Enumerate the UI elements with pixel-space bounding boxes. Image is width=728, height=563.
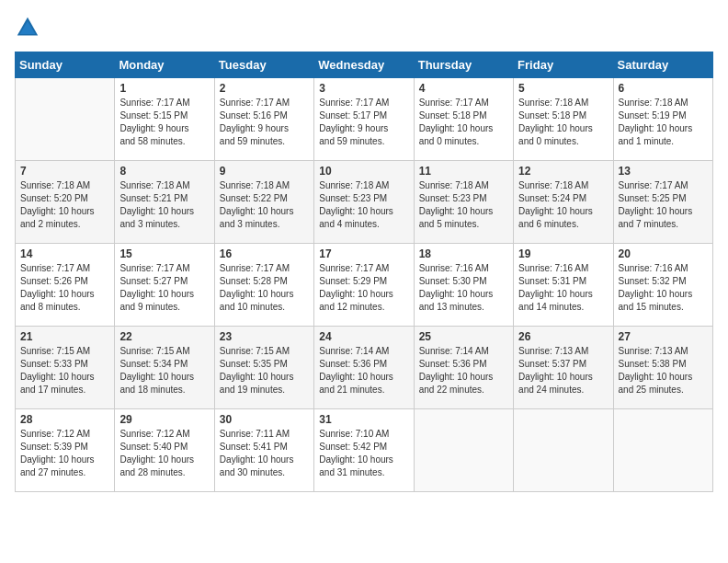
day-info: Sunrise: 7:17 AM Sunset: 5:28 PM Dayligh… <box>220 262 309 314</box>
header-thursday: Thursday <box>414 52 513 78</box>
calendar-cell: 16Sunrise: 7:17 AM Sunset: 5:28 PM Dayli… <box>214 244 313 327</box>
logo <box>15 15 44 40</box>
day-info: Sunrise: 7:14 AM Sunset: 5:36 PM Dayligh… <box>419 345 508 396</box>
day-info: Sunrise: 7:17 AM Sunset: 5:18 PM Dayligh… <box>419 97 508 148</box>
calendar-cell <box>414 409 513 492</box>
calendar-cell: 7Sunrise: 7:18 AM Sunset: 5:20 PM Daylig… <box>16 161 115 244</box>
day-number: 19 <box>518 247 608 260</box>
day-number: 22 <box>119 330 209 343</box>
header-wednesday: Wednesday <box>314 52 414 78</box>
day-info: Sunrise: 7:16 AM Sunset: 5:30 PM Dayligh… <box>419 262 508 314</box>
day-info: Sunrise: 7:11 AM Sunset: 5:41 PM Dayligh… <box>220 428 309 479</box>
day-number: 16 <box>220 247 309 260</box>
day-number: 25 <box>419 330 508 343</box>
calendar-cell <box>514 409 613 492</box>
week-row-1: 1Sunrise: 7:17 AM Sunset: 5:15 PM Daylig… <box>16 78 713 161</box>
calendar-cell: 10Sunrise: 7:18 AM Sunset: 5:23 PM Dayli… <box>314 161 414 244</box>
day-number: 14 <box>20 247 109 260</box>
calendar-cell: 31Sunrise: 7:10 AM Sunset: 5:42 PM Dayli… <box>314 409 414 492</box>
calendar-cell: 14Sunrise: 7:17 AM Sunset: 5:26 PM Dayli… <box>16 244 115 327</box>
day-number: 8 <box>119 165 209 178</box>
week-row-5: 28Sunrise: 7:12 AM Sunset: 5:39 PM Dayli… <box>16 409 713 492</box>
day-info: Sunrise: 7:17 AM Sunset: 5:26 PM Dayligh… <box>20 262 109 314</box>
calendar-cell: 5Sunrise: 7:18 AM Sunset: 5:18 PM Daylig… <box>514 78 613 161</box>
day-info: Sunrise: 7:17 AM Sunset: 5:17 PM Dayligh… <box>319 97 408 148</box>
day-info: Sunrise: 7:17 AM Sunset: 5:27 PM Dayligh… <box>119 262 209 314</box>
day-info: Sunrise: 7:13 AM Sunset: 5:37 PM Dayligh… <box>518 345 608 396</box>
header-friday: Friday <box>514 52 613 78</box>
calendar-cell: 1Sunrise: 7:17 AM Sunset: 5:15 PM Daylig… <box>115 78 214 161</box>
calendar-cell: 23Sunrise: 7:15 AM Sunset: 5:35 PM Dayli… <box>214 327 313 409</box>
calendar-cell <box>16 78 115 161</box>
calendar-cell: 24Sunrise: 7:14 AM Sunset: 5:36 PM Dayli… <box>314 327 414 409</box>
calendar-cell: 27Sunrise: 7:13 AM Sunset: 5:38 PM Dayli… <box>613 327 712 409</box>
day-number: 20 <box>619 247 708 260</box>
day-number: 27 <box>619 330 708 343</box>
calendar-cell: 21Sunrise: 7:15 AM Sunset: 5:33 PM Dayli… <box>16 327 115 409</box>
week-row-4: 21Sunrise: 7:15 AM Sunset: 5:33 PM Dayli… <box>16 327 713 409</box>
day-number: 15 <box>119 247 209 260</box>
day-number: 4 <box>419 82 508 95</box>
week-row-2: 7Sunrise: 7:18 AM Sunset: 5:20 PM Daylig… <box>16 161 713 244</box>
day-info: Sunrise: 7:18 AM Sunset: 5:23 PM Dayligh… <box>419 179 508 231</box>
calendar-cell: 29Sunrise: 7:12 AM Sunset: 5:40 PM Dayli… <box>115 409 214 492</box>
day-info: Sunrise: 7:18 AM Sunset: 5:19 PM Dayligh… <box>619 97 708 148</box>
day-info: Sunrise: 7:14 AM Sunset: 5:36 PM Dayligh… <box>319 345 408 396</box>
calendar-table: SundayMondayTuesdayWednesdayThursdayFrid… <box>15 52 713 492</box>
day-number: 24 <box>319 330 408 343</box>
week-row-3: 14Sunrise: 7:17 AM Sunset: 5:26 PM Dayli… <box>16 244 713 327</box>
calendar-cell: 2Sunrise: 7:17 AM Sunset: 5:16 PM Daylig… <box>214 78 313 161</box>
day-info: Sunrise: 7:16 AM Sunset: 5:32 PM Dayligh… <box>619 262 708 314</box>
calendar-cell: 13Sunrise: 7:17 AM Sunset: 5:25 PM Dayli… <box>613 161 712 244</box>
calendar-cell: 15Sunrise: 7:17 AM Sunset: 5:27 PM Dayli… <box>115 244 214 327</box>
day-info: Sunrise: 7:17 AM Sunset: 5:15 PM Dayligh… <box>119 97 209 148</box>
day-number: 5 <box>518 82 608 95</box>
day-number: 23 <box>220 330 309 343</box>
calendar-cell: 25Sunrise: 7:14 AM Sunset: 5:36 PM Dayli… <box>414 327 513 409</box>
calendar-cell: 6Sunrise: 7:18 AM Sunset: 5:19 PM Daylig… <box>613 78 712 161</box>
day-number: 13 <box>619 165 708 178</box>
calendar-cell: 22Sunrise: 7:15 AM Sunset: 5:34 PM Dayli… <box>115 327 214 409</box>
day-number: 3 <box>319 82 408 95</box>
day-info: Sunrise: 7:18 AM Sunset: 5:21 PM Dayligh… <box>119 179 209 231</box>
header-sunday: Sunday <box>16 52 115 78</box>
day-number: 2 <box>220 82 309 95</box>
day-info: Sunrise: 7:18 AM Sunset: 5:20 PM Dayligh… <box>20 179 109 231</box>
calendar-cell: 19Sunrise: 7:16 AM Sunset: 5:31 PM Dayli… <box>514 244 613 327</box>
day-number: 10 <box>319 165 408 178</box>
day-number: 11 <box>419 165 508 178</box>
calendar-cell: 4Sunrise: 7:17 AM Sunset: 5:18 PM Daylig… <box>414 78 513 161</box>
logo-icon <box>15 15 40 40</box>
day-number: 28 <box>20 413 109 426</box>
day-info: Sunrise: 7:16 AM Sunset: 5:31 PM Dayligh… <box>518 262 608 314</box>
calendar-cell: 26Sunrise: 7:13 AM Sunset: 5:37 PM Dayli… <box>514 327 613 409</box>
day-number: 30 <box>220 413 309 426</box>
day-info: Sunrise: 7:10 AM Sunset: 5:42 PM Dayligh… <box>319 428 408 479</box>
day-info: Sunrise: 7:18 AM Sunset: 5:18 PM Dayligh… <box>518 97 608 148</box>
day-number: 29 <box>119 413 209 426</box>
day-info: Sunrise: 7:15 AM Sunset: 5:35 PM Dayligh… <box>220 345 309 396</box>
day-number: 31 <box>319 413 408 426</box>
day-info: Sunrise: 7:15 AM Sunset: 5:34 PM Dayligh… <box>119 345 209 396</box>
header-saturday: Saturday <box>613 52 712 78</box>
day-info: Sunrise: 7:17 AM Sunset: 5:25 PM Dayligh… <box>619 179 708 231</box>
day-number: 1 <box>119 82 209 95</box>
calendar-cell: 12Sunrise: 7:18 AM Sunset: 5:24 PM Dayli… <box>514 161 613 244</box>
day-number: 26 <box>518 330 608 343</box>
day-number: 18 <box>419 247 508 260</box>
calendar-cell: 17Sunrise: 7:17 AM Sunset: 5:29 PM Dayli… <box>314 244 414 327</box>
calendar-cell: 20Sunrise: 7:16 AM Sunset: 5:32 PM Dayli… <box>613 244 712 327</box>
day-info: Sunrise: 7:15 AM Sunset: 5:33 PM Dayligh… <box>20 345 109 396</box>
header-monday: Monday <box>115 52 214 78</box>
calendar-cell: 8Sunrise: 7:18 AM Sunset: 5:21 PM Daylig… <box>115 161 214 244</box>
day-info: Sunrise: 7:17 AM Sunset: 5:29 PM Dayligh… <box>319 262 408 314</box>
calendar-cell: 28Sunrise: 7:12 AM Sunset: 5:39 PM Dayli… <box>16 409 115 492</box>
calendar-header-row: SundayMondayTuesdayWednesdayThursdayFrid… <box>16 52 713 78</box>
day-number: 21 <box>20 330 109 343</box>
calendar-cell: 3Sunrise: 7:17 AM Sunset: 5:17 PM Daylig… <box>314 78 414 161</box>
day-number: 6 <box>619 82 708 95</box>
day-number: 7 <box>20 165 109 178</box>
day-info: Sunrise: 7:18 AM Sunset: 5:22 PM Dayligh… <box>220 179 309 231</box>
day-number: 12 <box>518 165 608 178</box>
day-number: 17 <box>319 247 408 260</box>
